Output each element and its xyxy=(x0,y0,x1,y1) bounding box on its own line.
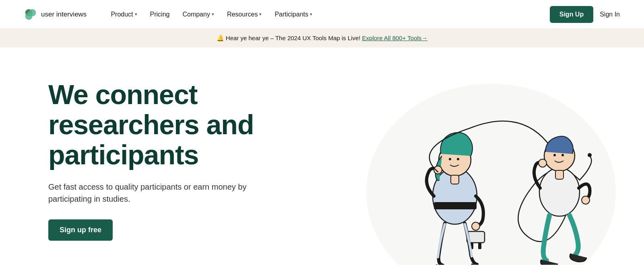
nav-participants[interactable]: Participants ▾ xyxy=(270,8,317,21)
svg-point-11 xyxy=(472,222,480,230)
hero-section: We connect researchers and participants … xyxy=(0,47,644,265)
svg-point-22 xyxy=(588,153,592,157)
logo-text: user interviews xyxy=(41,10,87,18)
logo[interactable]: user interviews xyxy=(24,8,87,21)
hero-subtitle: Get fast access to quality participants … xyxy=(48,181,282,205)
nav-actions: Sign Up Sign In xyxy=(550,6,620,23)
hero-content: We connect researchers and participants … xyxy=(48,80,282,241)
signup-free-button[interactable]: Sign up free xyxy=(48,219,113,241)
svg-rect-19 xyxy=(555,170,564,179)
banner-text: Hear ye hear ye – The 2024 UX Tools Map … xyxy=(226,35,361,41)
signup-button[interactable]: Sign Up xyxy=(550,6,593,23)
hero-title: We connect researchers and participants xyxy=(48,80,282,170)
svg-point-7 xyxy=(449,158,451,160)
svg-point-2 xyxy=(25,12,33,20)
nav-company[interactable]: Company ▾ xyxy=(178,8,219,21)
nav-pricing[interactable]: Pricing xyxy=(145,8,175,21)
chevron-down-icon: ▾ xyxy=(310,12,312,17)
svg-point-18 xyxy=(561,154,564,156)
hero-illustration xyxy=(330,68,644,265)
svg-point-21 xyxy=(582,196,590,204)
svg-point-17 xyxy=(553,154,556,156)
svg-rect-9 xyxy=(451,175,459,184)
svg-rect-5 xyxy=(434,202,477,209)
svg-point-20 xyxy=(539,159,547,167)
navbar: user interviews Product ▾ Pricing Compan… xyxy=(0,0,644,29)
chevron-down-icon: ▾ xyxy=(135,12,137,17)
logo-icon xyxy=(24,8,37,21)
chevron-down-icon: ▾ xyxy=(259,12,262,17)
nav-resources[interactable]: Resources ▾ xyxy=(222,8,266,21)
announcement-banner: 🔔 Hear ye hear ye – The 2024 UX Tools Ma… xyxy=(0,29,644,47)
illustration-svg xyxy=(330,68,644,265)
nav-product[interactable]: Product ▾ xyxy=(106,8,142,21)
signin-button[interactable]: Sign In xyxy=(600,11,620,18)
svg-rect-14 xyxy=(478,243,481,249)
chevron-down-icon: ▾ xyxy=(212,12,214,17)
banner-emoji: 🔔 xyxy=(217,35,226,41)
banner-link[interactable]: Explore All 800+ Tools→ xyxy=(362,35,428,41)
svg-point-8 xyxy=(457,158,459,160)
nav-links: Product ▾ Pricing Company ▾ Resources ▾ … xyxy=(106,8,549,21)
